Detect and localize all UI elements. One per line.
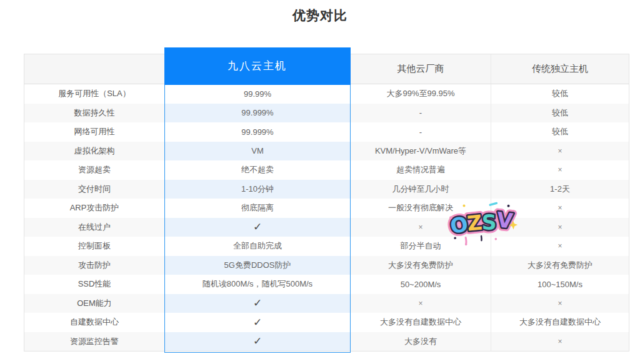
traditional-value: ×	[491, 332, 629, 352]
traditional-value: 较低	[491, 122, 629, 142]
traditional-value: ×	[491, 218, 629, 237]
other-value: ×	[351, 294, 491, 313]
traditional-value: ×	[491, 294, 629, 313]
other-value: 大多99%至99.95%	[351, 84, 491, 104]
traditional-value: ×	[491, 199, 629, 218]
row-label: 网络可用性	[24, 122, 164, 142]
table-row-delivery-time: 交付时间 1-10分钟 几分钟至几小时 1-2天	[24, 180, 629, 199]
table-row-network: 网络可用性 99.999% - 较低	[24, 122, 629, 142]
table-row-virtualization: 虚拟化架构 VM KVM/Hyper-V/VmWare等 ×	[24, 142, 629, 161]
other-value: 一般没有彻底解决	[351, 199, 491, 218]
main-value: ✓	[164, 218, 351, 237]
main-value: ✓	[164, 332, 351, 352]
other-value: 50~200M/s	[351, 275, 491, 294]
row-label: 自建数据中心	[24, 313, 164, 332]
main-value: 5G免费DDOS防护	[164, 256, 351, 275]
other-value: KVM/Hyper-V/VmWare等	[351, 142, 491, 161]
table-row-arp-protection: ARP攻击防护 彻底隔离 一般没有彻底解决 ×	[24, 199, 629, 218]
other-value: 超卖情况普遍	[351, 160, 491, 180]
main-value: ✓	[164, 294, 351, 313]
row-label: 控制面板	[24, 237, 164, 256]
other-value: 大多没有自建数据中心	[351, 313, 491, 332]
other-value: 大多没有	[351, 332, 491, 352]
header-traditional: 传统独立主机	[491, 54, 629, 84]
traditional-value: 较低	[491, 84, 629, 104]
page: 优势对比 其他云厂商 传统独立主机 服务可用性（SLA） 99.99% 大多99…	[0, 0, 640, 364]
traditional-value: ×	[491, 160, 629, 180]
other-value: 部分半自动	[351, 237, 491, 256]
main-value: 随机读800M/s，随机写500M/s	[164, 275, 351, 294]
page-title: 优势对比	[0, 7, 640, 24]
table-header-row: 其他云厂商 传统独立主机	[24, 54, 629, 84]
other-value: ×	[351, 218, 491, 237]
traditional-value: 100~150M/s	[491, 275, 629, 294]
main-value: VM	[164, 142, 351, 161]
row-label: 资源超卖	[24, 160, 164, 180]
row-label: ARP攻击防护	[24, 199, 164, 218]
main-value: 彻底隔离	[164, 199, 351, 218]
main-value: 绝不超卖	[164, 160, 351, 180]
other-value: 几分钟至几小时	[351, 180, 491, 199]
table-row-sla: 服务可用性（SLA） 99.99% 大多99%至99.95% 较低	[24, 84, 629, 104]
traditional-value: ×	[491, 237, 629, 256]
row-label: 资源监控告警	[24, 332, 164, 352]
traditional-value: ×	[491, 142, 629, 161]
traditional-value: 大多没有免费防护	[491, 256, 629, 275]
main-value: 1-10分钟	[164, 180, 351, 199]
row-label: OEM能力	[24, 294, 164, 313]
table-row-online-transfer: 在线过户 ✓ × ×	[24, 218, 629, 237]
table-row-control-panel: 控制面板 全部自助完成 部分半自动 ×	[24, 237, 629, 256]
table-row-datacenter: 自建数据中心 ✓ 大多没有自建数据中心 大多没有自建数据中心	[24, 313, 629, 332]
main-value: 99.999%	[164, 122, 351, 142]
table-row-ssd-performance: SSD性能 随机读800M/s，随机写500M/s 50~200M/s 100~…	[24, 275, 629, 294]
table-row-oem: OEM能力 ✓ × ×	[24, 294, 629, 313]
row-label: 虚拟化架构	[24, 142, 164, 161]
traditional-value: 1-2天	[491, 180, 629, 199]
row-label: 交付时间	[24, 180, 164, 199]
table-row-monitoring: 资源监控告警 ✓ 大多没有 ×	[24, 332, 629, 352]
traditional-value: 大多没有自建数据中心	[491, 313, 629, 332]
other-value: -	[351, 104, 491, 123]
header-blank-cell	[24, 54, 164, 84]
table-row-overselling: 资源超卖 绝不超卖 超卖情况普遍 ×	[24, 160, 629, 180]
other-value: -	[351, 122, 491, 142]
table-row-ddos-protection: 攻击防护 5G免费DDOS防护 大多没有免费防护 大多没有免费防护	[24, 256, 629, 275]
main-value: 99.999%	[164, 104, 351, 123]
row-label: 数据持久性	[24, 104, 164, 123]
main-value: ✓	[164, 313, 351, 332]
traditional-value: 较低	[491, 104, 629, 123]
header-other-cloud: 其他云厂商	[351, 54, 491, 84]
row-label: 在线过户	[24, 218, 164, 237]
table-row-durability: 数据持久性 99.999% - 较低	[24, 104, 629, 123]
comparison-table: 其他云厂商 传统独立主机 服务可用性（SLA） 99.99% 大多99%至99.…	[24, 54, 629, 352]
header-highlight-spacer	[164, 54, 351, 84]
main-value: 全部自助完成	[164, 237, 351, 256]
main-value: 99.99%	[164, 84, 351, 104]
other-value: 大多没有免费防护	[351, 256, 491, 275]
row-label: SSD性能	[24, 275, 164, 294]
row-label: 服务可用性（SLA）	[24, 84, 164, 104]
row-label: 攻击防护	[24, 256, 164, 275]
